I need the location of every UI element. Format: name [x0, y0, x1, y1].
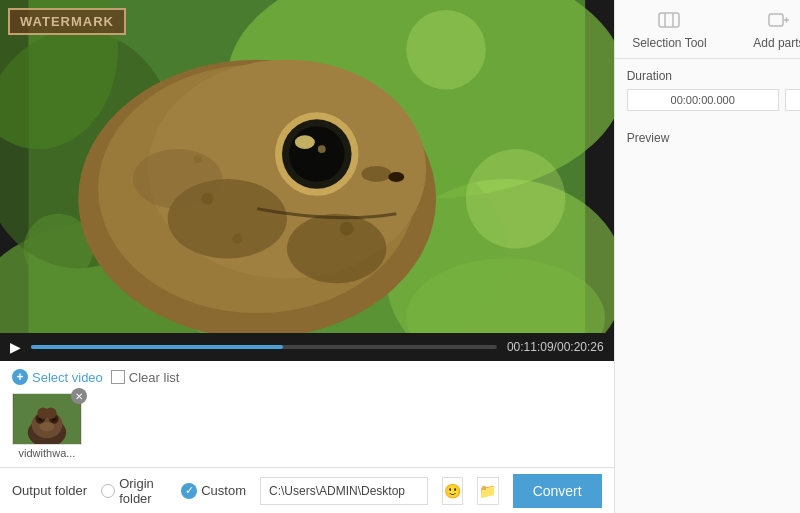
custom-check-icon: ✓ [181, 483, 197, 499]
svg-point-13 [287, 214, 386, 284]
checkbox-icon [111, 370, 125, 384]
origin-radio [101, 484, 115, 498]
main-container: WATERMARK [0, 0, 800, 513]
watermark-text: WATERMARK [20, 14, 114, 29]
time-display: 00:11:09/00:20:26 [507, 340, 604, 354]
svg-point-19 [318, 145, 326, 153]
convert-button[interactable]: Convert [513, 474, 602, 508]
left-panel: WATERMARK [0, 0, 614, 513]
bear-thumbnail [13, 394, 81, 444]
selection-tool-button[interactable]: Selection Tool [615, 0, 725, 58]
duration-fields [627, 89, 800, 111]
thumb-close-button[interactable]: ✕ [71, 388, 87, 404]
folder-button[interactable]: 📁 [477, 477, 498, 505]
custom-folder-option[interactable]: ✓ Custom [181, 483, 246, 499]
watermark-badge: WATERMARK [8, 8, 126, 35]
origin-folder-option[interactable]: Origin folder [101, 476, 167, 506]
svg-point-18 [295, 135, 315, 149]
svg-point-35 [39, 422, 54, 432]
add-parts-icon [765, 8, 793, 32]
convert-label: Convert [533, 483, 582, 499]
add-parts-button[interactable]: Add parts [724, 0, 800, 58]
output-bar: Output folder Origin folder ✓ Custom 🙂 📁… [0, 467, 614, 513]
right-tools: Selection Tool Add parts [615, 0, 800, 59]
file-list-controls: + Select video Clear list [12, 369, 602, 385]
list-item[interactable]: ✕ [12, 393, 82, 459]
svg-point-20 [362, 166, 392, 182]
svg-point-21 [388, 172, 404, 182]
output-folder-label: Output folder [12, 483, 87, 498]
select-video-button[interactable]: + Select video [12, 369, 103, 385]
svg-point-17 [289, 126, 345, 182]
svg-rect-38 [659, 13, 679, 27]
right-panel: Selection Tool Add parts Duration [614, 0, 800, 513]
emoji-button[interactable]: 🙂 [442, 477, 463, 505]
video-controls: ▶ 00:11:09/00:20:26 [0, 333, 614, 361]
selection-tool-label: Selection Tool [632, 36, 707, 50]
play-button[interactable]: ▶ [10, 339, 21, 355]
thumb-label: vidwithwa... [12, 447, 82, 459]
svg-point-37 [45, 407, 57, 419]
svg-rect-41 [769, 14, 783, 26]
clear-list-button[interactable]: Clear list [111, 370, 180, 385]
preview-section: Preview [615, 121, 800, 513]
folder-path-input[interactable] [260, 477, 428, 505]
video-frame [0, 0, 614, 333]
duration-end-input[interactable] [785, 89, 800, 111]
svg-point-24 [194, 155, 202, 163]
thumbnail-list: ✕ [12, 393, 602, 459]
duration-label: Duration [627, 69, 800, 83]
svg-point-7 [466, 149, 565, 248]
svg-point-6 [406, 10, 486, 90]
custom-label: Custom [201, 483, 246, 498]
duration-start-input[interactable] [627, 89, 779, 111]
thumb-image [12, 393, 82, 445]
svg-point-23 [232, 234, 242, 244]
preview-label: Preview [627, 131, 800, 145]
file-list-area: + Select video Clear list ✕ [0, 361, 614, 467]
clear-list-label: Clear list [129, 370, 180, 385]
select-video-label: Select video [32, 370, 103, 385]
progress-bar[interactable] [31, 345, 497, 349]
add-parts-label: Add parts [753, 36, 800, 50]
duration-section: Duration [615, 59, 800, 121]
origin-folder-label: Origin folder [119, 476, 167, 506]
video-area: WATERMARK [0, 0, 614, 333]
plus-icon: + [12, 369, 28, 385]
selection-tool-icon [655, 8, 683, 32]
svg-point-25 [340, 222, 354, 236]
progress-fill [31, 345, 283, 349]
svg-point-22 [201, 193, 213, 205]
